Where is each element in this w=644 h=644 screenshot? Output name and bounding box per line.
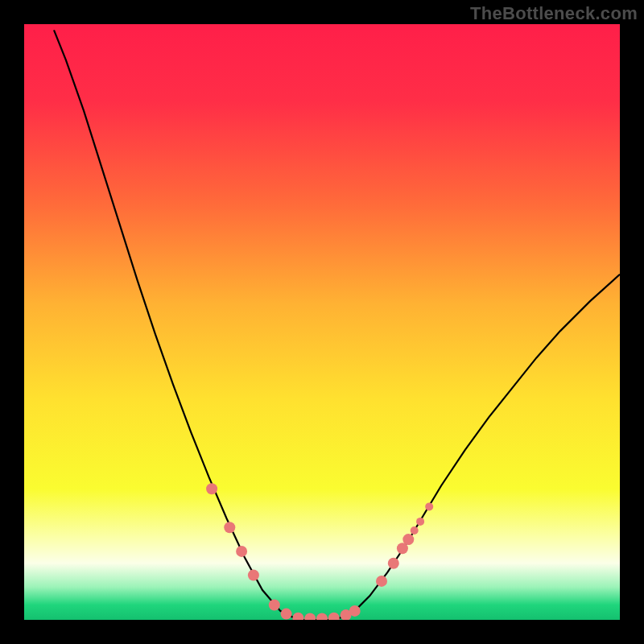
chart-svg — [24, 24, 620, 620]
data-marker — [281, 609, 292, 620]
data-marker — [236, 546, 247, 557]
data-marker — [388, 558, 399, 569]
gradient-background — [24, 24, 620, 620]
data-marker — [248, 570, 259, 581]
chart-plot-area — [24, 24, 620, 620]
data-marker — [425, 502, 433, 510]
data-marker — [269, 600, 280, 611]
data-marker — [224, 522, 235, 533]
chart-frame: TheBottleneck.com — [0, 0, 644, 644]
data-marker — [402, 534, 414, 545]
data-marker — [206, 483, 217, 494]
data-marker — [411, 526, 419, 535]
watermark-text: TheBottleneck.com — [470, 3, 638, 24]
data-marker — [349, 605, 361, 617]
data-marker — [416, 518, 424, 526]
data-marker — [376, 576, 387, 587]
